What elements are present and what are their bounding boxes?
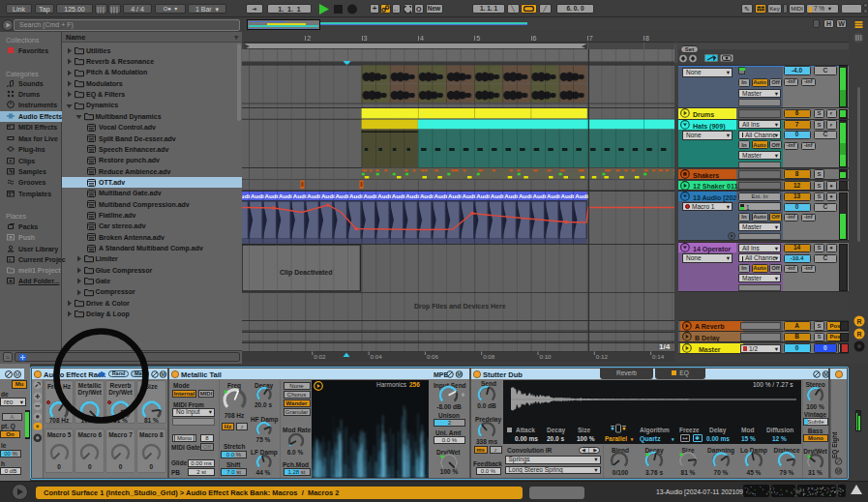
svg-text:R: R [856, 331, 861, 338]
svg-text:Audi: Audi [279, 192, 292, 199]
svg-text:R: R [856, 318, 861, 325]
svg-text:Audi: Audi [448, 192, 462, 199]
svg-text:0:04: 0:04 [371, 353, 383, 360]
svg-text:Audi: Audi [242, 192, 250, 199]
svg-text:Drop Files and Devices Here: Drop Files and Devices Here [414, 303, 506, 310]
svg-text:Audi: Audi [504, 192, 518, 199]
svg-text:Audi: Audi [547, 192, 560, 199]
svg-text:Audi: Audi [335, 192, 348, 199]
svg-text:0:12: 0:12 [596, 353, 609, 360]
svg-text:Audi: Audi [307, 192, 320, 199]
svg-text:Audi: Audi [349, 192, 363, 199]
svg-text:Audi: Audi [491, 192, 504, 199]
svg-text:Audi: Audi [392, 192, 405, 199]
svg-text:Audi: Audi [533, 192, 547, 199]
svg-text:Audi: Audi [265, 192, 279, 199]
svg-text:M: M [457, 371, 462, 377]
svg-text:Audi: Audi [434, 192, 448, 199]
svg-text:Audi: Audi [519, 192, 532, 199]
svg-text:Audi: Audi [377, 192, 391, 199]
svg-text:Audi: Audi [293, 192, 307, 199]
svg-text:0:08: 0:08 [483, 353, 495, 360]
svg-text:0:14: 0:14 [652, 353, 665, 360]
svg-text:Audi: Audi [561, 192, 575, 199]
svg-text:Audi: Audi [364, 192, 377, 199]
svg-text:M: M [823, 371, 828, 377]
svg-text:Audi: Audi [476, 192, 490, 199]
svg-text:Audi: Audi [405, 192, 419, 199]
svg-text:Audi: Audi [321, 192, 335, 199]
svg-text:Audi: Audi [251, 192, 264, 199]
svg-text:Clip Deactivated: Clip Deactivated [280, 269, 332, 277]
svg-text:Audi: Audi [463, 192, 476, 199]
svg-text:Audi: Audi [575, 192, 588, 199]
svg-text:Audi: Audi [420, 192, 434, 199]
svg-text:0:06: 0:06 [427, 353, 439, 360]
svg-text:0:10: 0:10 [540, 353, 553, 360]
svg-text:0:02: 0:02 [314, 353, 326, 360]
svg-text:M: M [836, 468, 841, 474]
